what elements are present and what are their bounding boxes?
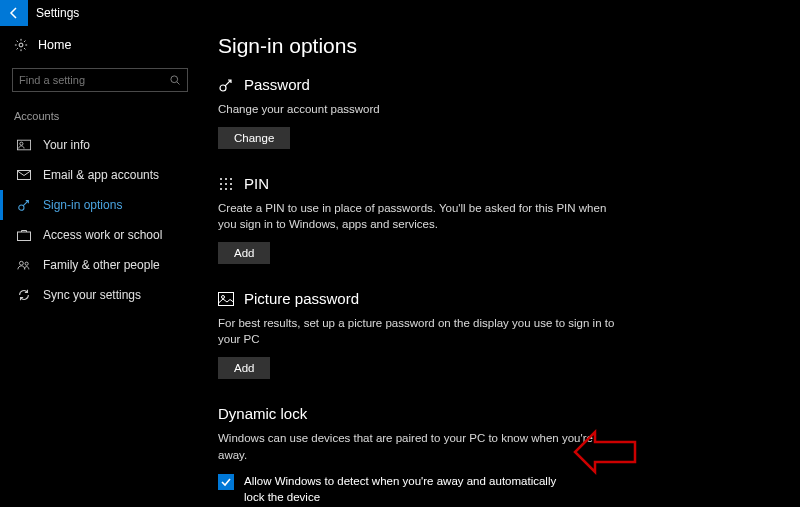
svg-point-21 (222, 295, 225, 298)
dynamic-lock-heading: Dynamic lock (218, 405, 307, 422)
people-icon (17, 259, 31, 271)
dynamic-lock-desc: Windows can use devices that are paired … (218, 430, 618, 462)
dynamic-lock-checkbox-label: Allow Windows to detect when you're away… (244, 473, 558, 505)
svg-point-10 (220, 85, 226, 91)
titlebar: Settings (0, 0, 800, 26)
sidebar-item-label: Sign-in options (43, 198, 122, 212)
sidebar-item-label: Email & app accounts (43, 168, 159, 182)
search-input[interactable] (19, 74, 169, 86)
sidebar-item-label: Sync your settings (43, 288, 141, 302)
sidebar-item-work-school[interactable]: Access work or school (0, 220, 200, 250)
svg-point-18 (225, 188, 227, 190)
sidebar-item-signin-options[interactable]: Sign-in options (0, 190, 200, 220)
password-desc: Change your account password (218, 101, 618, 117)
main-content: Sign-in options Password Change your acc… (200, 26, 800, 507)
home-button[interactable]: Home (0, 32, 200, 58)
check-icon (220, 476, 232, 488)
password-heading: Password (244, 76, 310, 93)
picture-password-section: Picture password For best results, set u… (218, 290, 618, 379)
sidebar-item-your-info[interactable]: Your info (0, 130, 200, 160)
svg-rect-20 (219, 292, 234, 305)
password-section: Password Change your account password Ch… (218, 76, 618, 149)
picture-desc: For best results, set up a picture passw… (218, 315, 618, 347)
svg-point-6 (19, 205, 24, 210)
home-label: Home (38, 38, 71, 52)
svg-point-13 (230, 178, 232, 180)
key-icon (17, 198, 31, 212)
pin-heading: PIN (244, 175, 269, 192)
pin-section: PIN Create a PIN to use in place of pass… (218, 175, 618, 264)
svg-point-19 (230, 188, 232, 190)
svg-point-16 (230, 183, 232, 185)
sync-icon (17, 288, 31, 302)
add-picture-password-button[interactable]: Add (218, 357, 270, 379)
picture-icon (218, 292, 234, 306)
svg-rect-7 (18, 232, 31, 241)
svg-point-14 (220, 183, 222, 185)
svg-point-15 (225, 183, 227, 185)
dynamic-lock-checkbox[interactable] (218, 474, 234, 490)
page-title: Sign-in options (218, 34, 770, 58)
svg-point-17 (220, 188, 222, 190)
svg-point-11 (220, 178, 222, 180)
svg-point-4 (20, 142, 23, 145)
sidebar-item-label: Family & other people (43, 258, 160, 272)
person-badge-icon (17, 139, 31, 151)
svg-point-9 (25, 262, 28, 265)
dynamic-lock-section: Dynamic lock Windows can use devices tha… (218, 405, 618, 507)
briefcase-icon (17, 229, 31, 241)
gear-icon (14, 38, 28, 52)
svg-line-2 (177, 82, 180, 85)
app-title: Settings (36, 6, 79, 20)
search-icon (169, 74, 181, 86)
add-pin-button[interactable]: Add (218, 242, 270, 264)
sidebar-item-family[interactable]: Family & other people (0, 250, 200, 280)
svg-point-0 (19, 43, 23, 47)
svg-point-12 (225, 178, 227, 180)
section-label: Accounts (0, 106, 200, 130)
picture-heading: Picture password (244, 290, 359, 307)
change-password-button[interactable]: Change (218, 127, 290, 149)
arrow-left-icon (7, 6, 21, 20)
key-icon (218, 77, 234, 93)
sidebar-item-label: Access work or school (43, 228, 162, 242)
sidebar-item-sync[interactable]: Sync your settings (0, 280, 200, 310)
search-box[interactable] (12, 68, 188, 92)
dynamic-lock-checkbox-row[interactable]: Allow Windows to detect when you're away… (218, 473, 558, 505)
back-button[interactable] (0, 0, 28, 26)
keypad-icon (218, 176, 234, 192)
pin-desc: Create a PIN to use in place of password… (218, 200, 618, 232)
sidebar: Home Accounts Your info Email & app acco… (0, 26, 200, 507)
mail-icon (17, 170, 31, 180)
svg-point-1 (171, 76, 178, 83)
sidebar-item-label: Your info (43, 138, 90, 152)
svg-point-8 (19, 261, 23, 265)
sidebar-item-email[interactable]: Email & app accounts (0, 160, 200, 190)
